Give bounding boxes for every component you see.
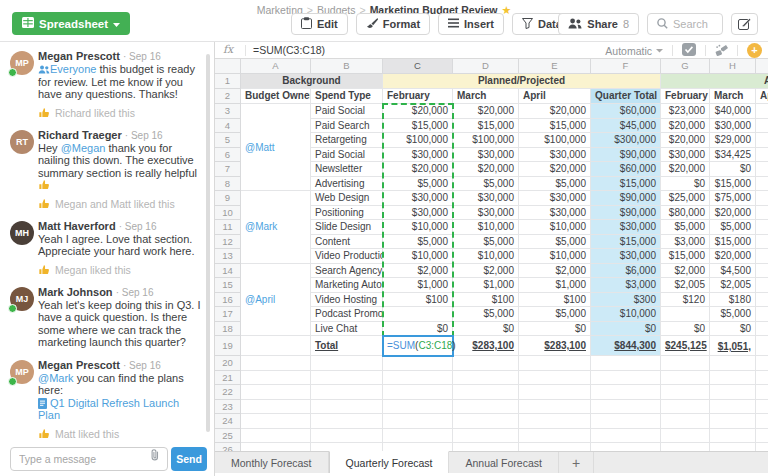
- cell-I19[interactable]: [756, 336, 768, 356]
- row-header-23[interactable]: 23: [215, 400, 241, 415]
- like-row[interactable]: Matt liked this: [38, 428, 202, 440]
- cell-F2[interactable]: Quarter Total: [591, 89, 661, 104]
- cell-C15[interactable]: $1,000: [383, 278, 453, 293]
- row-header-25[interactable]: 25: [215, 429, 241, 444]
- cell-E23[interactable]: [519, 400, 591, 415]
- column-header-D[interactable]: D: [453, 59, 519, 74]
- row-header-24[interactable]: 24: [215, 414, 241, 429]
- cell-H8[interactable]: $15,000: [710, 177, 756, 192]
- document-link[interactable]: Q1 Digital Refresh Launch Plan: [38, 397, 179, 422]
- cell-D3[interactable]: $20,000: [453, 104, 519, 119]
- cell-D5[interactable]: $100,000: [453, 133, 519, 148]
- cell-E20[interactable]: [519, 356, 591, 371]
- cell-G15[interactable]: $2,005: [661, 278, 710, 293]
- row-header-9[interactable]: 9: [215, 191, 241, 206]
- row-header-4[interactable]: 4: [215, 119, 241, 134]
- like-row[interactable]: Megan and Matt liked this: [38, 198, 202, 210]
- cell-I15[interactable]: [756, 278, 768, 293]
- cell-D21[interactable]: [453, 371, 519, 386]
- cell-H14[interactable]: $4,500: [710, 264, 756, 279]
- sidebar-scrollbar[interactable]: [206, 54, 210, 432]
- cell-D19[interactable]: $283,100: [453, 336, 519, 356]
- owner-group-@April[interactable]: @April: [241, 264, 311, 337]
- cell-H21[interactable]: [710, 371, 756, 386]
- cell-F12[interactable]: $15,000: [591, 235, 661, 250]
- cell-F24[interactable]: [591, 414, 661, 429]
- cell-E5[interactable]: $100,000: [519, 133, 591, 148]
- cell-I21[interactable]: [756, 371, 768, 386]
- cell-H10[interactable]: $20,000: [710, 206, 756, 221]
- cell-F14[interactable]: $6,000: [591, 264, 661, 279]
- cell-H12[interactable]: $15,000: [710, 235, 756, 250]
- cell-B9[interactable]: Web Design: [311, 191, 383, 206]
- cell-C21[interactable]: [383, 371, 453, 386]
- row-header-7[interactable]: 7: [215, 162, 241, 177]
- mention-link[interactable]: @Megan: [61, 142, 106, 154]
- cell-G18[interactable]: $0: [661, 322, 710, 337]
- cell-B17[interactable]: Podcast Promo: [311, 307, 383, 322]
- cell-F23[interactable]: [591, 400, 661, 415]
- cell-H24[interactable]: [710, 414, 756, 429]
- cell-F17[interactable]: $10,000: [591, 307, 661, 322]
- row-header-3[interactable]: 3: [215, 104, 241, 119]
- cell-D8[interactable]: $5,000: [453, 177, 519, 192]
- cell-H13[interactable]: $20,000: [710, 249, 756, 264]
- row-header-21[interactable]: 21: [215, 371, 241, 386]
- cell-E10[interactable]: $30,000: [519, 206, 591, 221]
- cell-D4[interactable]: $15,000: [453, 119, 519, 134]
- cell-I26[interactable]: [756, 443, 768, 451]
- cell-I25[interactable]: [756, 429, 768, 444]
- owner-group-@Mark[interactable]: @Mark: [241, 191, 311, 264]
- column-header-F[interactable]: F: [591, 59, 661, 74]
- cell-G2[interactable]: February: [661, 89, 710, 104]
- cell-E7[interactable]: $20,000: [519, 162, 591, 177]
- cell-I10[interactable]: [756, 206, 768, 221]
- row-header-26[interactable]: 26: [215, 443, 241, 451]
- cell-F16[interactable]: $300: [591, 293, 661, 308]
- cell-C13[interactable]: $10,000: [383, 249, 453, 264]
- cell-D26[interactable]: [453, 443, 519, 451]
- cell-I22[interactable]: [756, 385, 768, 400]
- cell-E25[interactable]: [519, 429, 591, 444]
- cell-C8[interactable]: $5,000: [383, 177, 453, 192]
- send-button[interactable]: Send: [171, 447, 207, 471]
- cell-G7[interactable]: $20,000: [661, 162, 710, 177]
- cell-F6[interactable]: $90,000: [591, 148, 661, 163]
- cell-H5[interactable]: $29,000: [710, 133, 756, 148]
- cell-H19[interactable]: $1,051,500: [710, 336, 756, 356]
- row-header-1[interactable]: 1: [215, 74, 241, 89]
- cell-G11[interactable]: $5,000: [661, 220, 710, 235]
- column-header-A[interactable]: A: [241, 59, 311, 74]
- row-header-10[interactable]: 10: [215, 206, 241, 221]
- cell-C6[interactable]: $30,000: [383, 148, 453, 163]
- cell-B18[interactable]: Live Chat: [311, 322, 383, 337]
- like-row[interactable]: Megan liked this: [38, 264, 202, 276]
- band-gray[interactable]: Background: [241, 74, 383, 89]
- cell-D9[interactable]: $30,000: [453, 191, 519, 206]
- cell-D17[interactable]: $5,000: [453, 307, 519, 322]
- cell-E4[interactable]: $15,000: [519, 119, 591, 134]
- cell-D23[interactable]: [453, 400, 519, 415]
- cell-I11[interactable]: [756, 220, 768, 235]
- cell-B6[interactable]: Paid Social: [311, 148, 383, 163]
- cell-C5[interactable]: $100,000: [383, 133, 453, 148]
- cell-F3[interactable]: $60,000: [591, 104, 661, 119]
- cell-E26[interactable]: [519, 443, 591, 451]
- cell-I3[interactable]: [756, 104, 768, 119]
- sheet-tab-annual-forecast[interactable]: Annual Forecast: [449, 452, 558, 473]
- cell-G4[interactable]: $20,000: [661, 119, 710, 134]
- cell-I23[interactable]: [756, 400, 768, 415]
- cell-D22[interactable]: [453, 385, 519, 400]
- cell-D24[interactable]: [453, 414, 519, 429]
- active-cell-editor[interactable]: =SUM(C3:C18): [382, 335, 454, 357]
- cell-F26[interactable]: [591, 443, 661, 451]
- cell-F13[interactable]: $30,000: [591, 249, 661, 264]
- cell-F7[interactable]: $60,000: [591, 162, 661, 177]
- cell-A23[interactable]: [241, 400, 311, 415]
- cell-H3[interactable]: $40,000: [710, 104, 756, 119]
- cell-D14[interactable]: $2,000: [453, 264, 519, 279]
- row-header-5[interactable]: 5: [215, 133, 241, 148]
- add-sheet-button[interactable]: +: [559, 452, 594, 473]
- column-header-I[interactable]: I: [756, 59, 768, 74]
- compose-button[interactable]: [731, 13, 758, 35]
